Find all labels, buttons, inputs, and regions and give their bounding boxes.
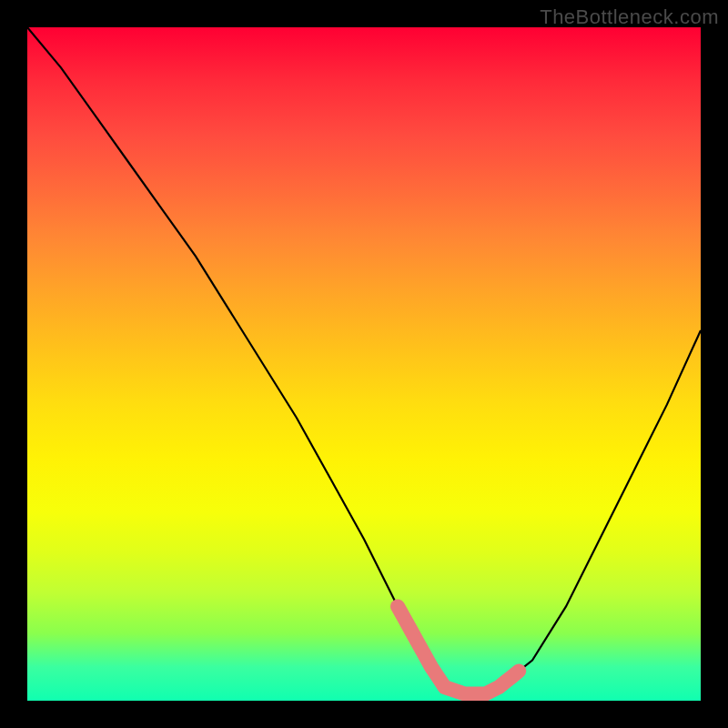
watermark-text: TheBottleneck.com — [540, 5, 719, 29]
highlight-segment — [398, 606, 519, 693]
highlight-band — [398, 606, 519, 693]
chart-frame: TheBottleneck.com — [0, 0, 728, 728]
plot-area — [27, 27, 701, 701]
bottleneck-curve — [27, 27, 701, 694]
curve-svg — [27, 27, 701, 701]
